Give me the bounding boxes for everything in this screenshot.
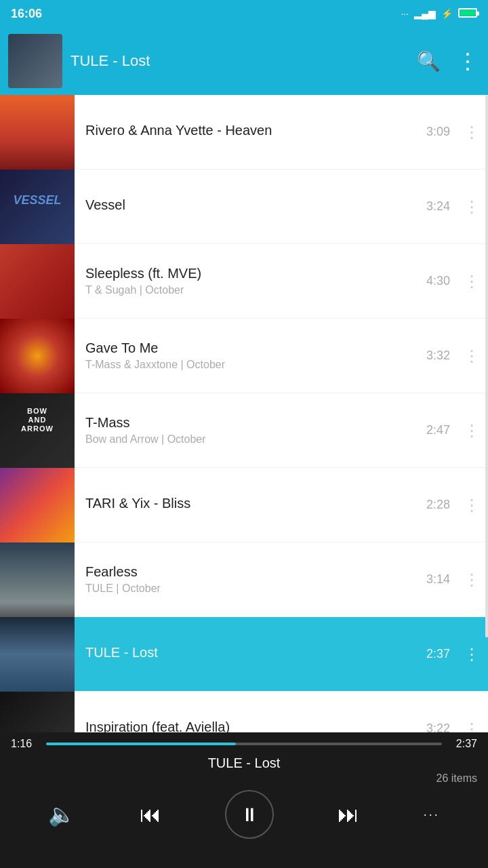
- toolbar-actions: 🔍 ⋮: [417, 48, 480, 74]
- song-title-fearless: Fearless: [85, 564, 415, 580]
- album-art-fearless: [0, 542, 75, 617]
- song-item-lost[interactable]: TULE - Lost2:37⋮: [0, 617, 488, 692]
- album-art-sleepless: [0, 244, 75, 319]
- album-art-lost: [0, 617, 75, 692]
- pause-button[interactable]: ⏸: [225, 790, 274, 839]
- album-art-vessel: VESSEL: [0, 170, 75, 244]
- total-time: 2:37: [450, 738, 477, 750]
- bolt-icon: ⚡: [441, 8, 453, 19]
- song-more-sleepless[interactable]: ⋮: [455, 272, 488, 291]
- song-meta-sleepless: T & Sugah | October: [85, 284, 415, 296]
- now-playing-title: TULE - Lost: [0, 753, 488, 774]
- playback-controls: 🔈 ⏮ ⏸ ⏭ ···: [0, 785, 488, 850]
- toolbar-title: TULE - Lost: [70, 52, 409, 70]
- song-title-bow: T-Mass: [85, 415, 415, 431]
- song-duration-vessel: 3:24: [426, 199, 455, 214]
- song-info-sleepless: Sleepless (ft. MVE)T & Sugah | October: [75, 266, 426, 296]
- song-item-gave[interactable]: Gave To MeT-Mass & Jaxxtone | October3:3…: [0, 319, 488, 393]
- signal-dots: ···: [401, 8, 409, 19]
- song-title-vessel: Vessel: [85, 197, 415, 213]
- song-title-lost: TULE - Lost: [85, 645, 415, 660]
- status-icons: ··· ▂▄▆ ⚡: [401, 8, 477, 20]
- song-duration-fearless: 3:14: [426, 572, 455, 587]
- song-item-heaven[interactable]: Rivero & Anna Yvette - Heaven3:09⋮: [0, 95, 488, 170]
- rewind-button[interactable]: ⏮: [140, 802, 161, 827]
- progress-bar[interactable]: [46, 743, 442, 745]
- items-count: 26 items: [0, 772, 488, 785]
- song-title-bliss: TARI & Yix - Bliss: [85, 496, 415, 511]
- song-duration-lost: 2:37: [426, 647, 455, 661]
- album-art-bliss: [0, 468, 75, 542]
- song-list: Rivero & Anna Yvette - Heaven3:09⋮VESSEL…: [0, 95, 488, 766]
- signal-bars: ▂▄▆: [414, 8, 436, 19]
- album-art-heaven: [0, 95, 75, 170]
- toolbar: TULE - Lost 🔍 ⋮: [0, 27, 488, 95]
- status-bar: 16:06 ··· ▂▄▆ ⚡: [0, 0, 488, 27]
- scrollbar[interactable]: [485, 95, 488, 637]
- forward-button[interactable]: ⏭: [338, 802, 359, 827]
- song-duration-sleepless: 4:30: [426, 274, 455, 288]
- song-info-lost: TULE - Lost: [75, 645, 426, 663]
- song-title-gave: Gave To Me: [85, 340, 415, 356]
- song-info-vessel: Vessel: [75, 197, 426, 216]
- song-more-vessel[interactable]: ⋮: [455, 197, 488, 216]
- current-time: 1:16: [11, 738, 38, 750]
- song-meta-fearless: TULE | October: [85, 583, 415, 595]
- song-item-fearless[interactable]: FearlessTULE | October3:14⋮: [0, 542, 488, 617]
- song-more-bow[interactable]: ⋮: [455, 421, 488, 440]
- progress-fill: [46, 743, 236, 745]
- album-art-gave: [0, 319, 75, 393]
- song-item-bliss[interactable]: TARI & Yix - Bliss2:28⋮: [0, 468, 488, 542]
- song-duration-gave: 3:32: [426, 349, 455, 363]
- song-meta-gave: T-Mass & Jaxxtone | October: [85, 359, 415, 371]
- status-time: 16:06: [11, 7, 42, 21]
- song-item-vessel[interactable]: VESSELVessel3:24⋮: [0, 170, 488, 244]
- more-button[interactable]: ···: [424, 808, 440, 822]
- volume-button[interactable]: 🔈: [48, 802, 75, 827]
- album-art-bow: BOWANDARROW: [0, 393, 75, 468]
- song-info-heaven: Rivero & Anna Yvette - Heaven: [75, 123, 426, 141]
- now-playing-bar: 1:16 2:37 TULE - Lost 26 items 🔈 ⏮ ⏸ ⏭ ·…: [0, 732, 488, 868]
- song-more-lost[interactable]: ⋮: [455, 645, 488, 664]
- song-duration-bow: 2:47: [426, 423, 455, 437]
- overflow-menu-icon[interactable]: ⋮: [457, 48, 480, 74]
- song-meta-bow: Bow and Arrow | October: [85, 433, 415, 446]
- toolbar-album-art[interactable]: [8, 34, 62, 88]
- song-more-bliss[interactable]: ⋮: [455, 496, 488, 515]
- song-info-bliss: TARI & Yix - Bliss: [75, 496, 426, 514]
- song-more-heaven[interactable]: ⋮: [455, 123, 488, 142]
- search-icon[interactable]: 🔍: [417, 50, 441, 73]
- song-info-gave: Gave To MeT-Mass & Jaxxtone | October: [75, 340, 426, 371]
- song-item-bow[interactable]: BOWANDARROWT-MassBow and Arrow | October…: [0, 393, 488, 468]
- progress-area: 1:16 2:37: [0, 732, 488, 753]
- song-info-bow: T-MassBow and Arrow | October: [75, 415, 426, 446]
- song-duration-heaven: 3:09: [426, 125, 455, 139]
- song-title-sleepless: Sleepless (ft. MVE): [85, 266, 415, 281]
- song-more-gave[interactable]: ⋮: [455, 347, 488, 366]
- song-info-fearless: FearlessTULE | October: [75, 564, 426, 595]
- battery-icon: [458, 8, 477, 20]
- song-more-fearless[interactable]: ⋮: [455, 570, 488, 589]
- song-duration-bliss: 2:28: [426, 498, 455, 512]
- song-item-sleepless[interactable]: Sleepless (ft. MVE)T & Sugah | October4:…: [0, 244, 488, 319]
- song-title-heaven: Rivero & Anna Yvette - Heaven: [85, 123, 415, 138]
